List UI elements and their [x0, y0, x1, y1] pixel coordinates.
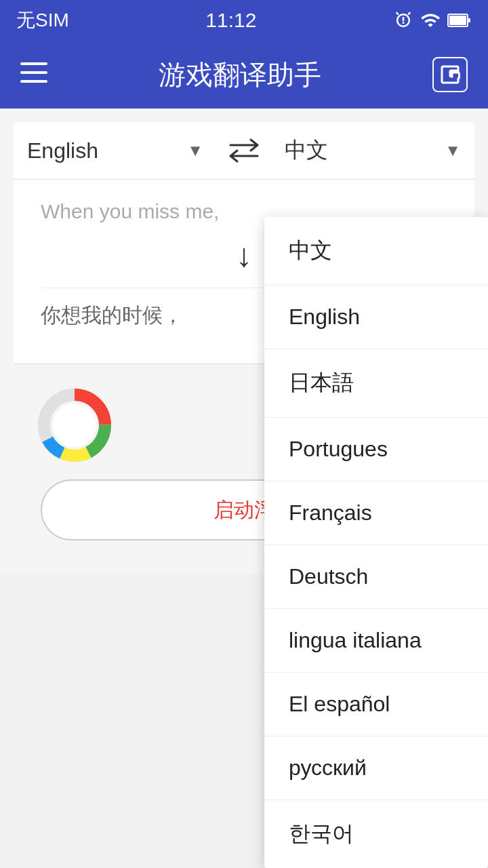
- source-language-text: English: [27, 138, 98, 163]
- dropdown-item-9[interactable]: 한국어: [264, 800, 488, 868]
- svg-rect-5: [20, 80, 47, 83]
- dropdown-item-8[interactable]: русский: [264, 736, 488, 800]
- main-area: English ▼ 中文 ▼ When you miss me, ↓ 你想我的时…: [0, 108, 488, 574]
- dropdown-item-1[interactable]: English: [264, 285, 488, 349]
- app-bar: 游戏翻译助手: [0, 41, 488, 108]
- swap-languages-button[interactable]: [217, 138, 271, 163]
- wallet-icon: [438, 62, 462, 87]
- svg-point-11: [53, 403, 96, 447]
- svg-rect-4: [20, 71, 47, 74]
- svg-rect-2: [449, 16, 466, 25]
- donut-chart: [34, 384, 115, 466]
- dropdown-item-6[interactable]: lingua italiana: [264, 609, 488, 673]
- language-dropdown: 中文 English 日本語 Portugues Français Deutsc…: [264, 217, 488, 868]
- carrier-label: 无SIM: [16, 7, 69, 33]
- target-language-text: 中文: [285, 136, 328, 165]
- status-bar-time: 11:12: [205, 9, 256, 32]
- dropdown-item-2[interactable]: 日本語: [264, 349, 488, 418]
- battery-icon: [447, 12, 472, 28]
- dropdown-item-0[interactable]: 中文: [264, 217, 488, 285]
- dropdown-item-4[interactable]: Français: [264, 481, 488, 545]
- target-language-selector[interactable]: 中文 ▼: [271, 129, 474, 172]
- menu-button[interactable]: [20, 60, 47, 89]
- dropdown-item-7[interactable]: El español: [264, 673, 488, 736]
- wifi-icon: [420, 10, 441, 31]
- target-lang-dropdown-icon: ▼: [445, 141, 461, 160]
- dropdown-item-5[interactable]: Deutsch: [264, 545, 488, 609]
- svg-rect-3: [20, 62, 47, 65]
- status-bar-right: [393, 10, 472, 31]
- source-lang-dropdown-icon: ▼: [187, 141, 203, 160]
- dropdown-item-3[interactable]: Portugues: [264, 418, 488, 481]
- swap-icon: [227, 138, 261, 163]
- language-selector-row: English ▼ 中文 ▼: [14, 122, 474, 180]
- app-title: 游戏翻译助手: [159, 56, 321, 94]
- source-language-selector[interactable]: English ▼: [14, 132, 217, 170]
- alarm-icon: [393, 10, 413, 31]
- svg-rect-1: [468, 18, 470, 22]
- status-bar-left: 无SIM: [16, 7, 69, 33]
- status-bar: 无SIM 11:12: [0, 0, 488, 41]
- wallet-button[interactable]: [432, 57, 468, 92]
